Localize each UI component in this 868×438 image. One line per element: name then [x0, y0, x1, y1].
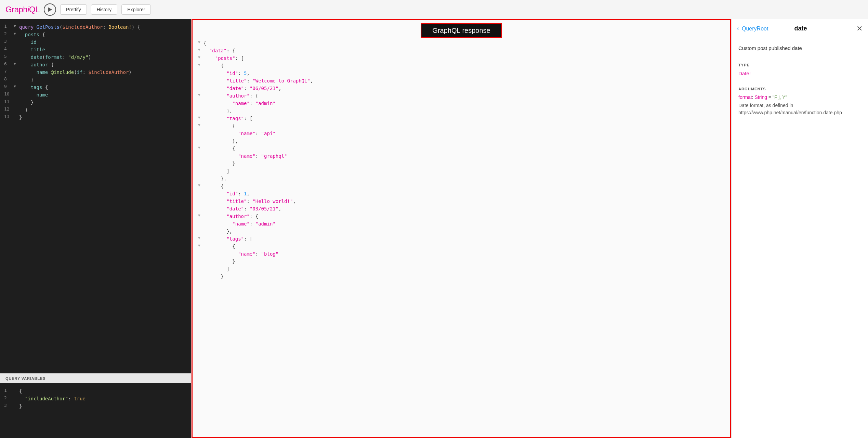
- fold-button[interactable]: ▼: [14, 83, 19, 89]
- docs-description: Custom post published date: [738, 45, 861, 51]
- docs-type-label: TYPE: [738, 58, 861, 67]
- code-line: 12 }: [0, 106, 191, 114]
- query-editor[interactable]: 1 ▼ query GetPosts($includeAuthor: Boole…: [0, 19, 191, 373]
- response-line: ▼ {: [193, 122, 730, 130]
- json-fold-button[interactable]: ▼: [198, 235, 203, 240]
- fold-button: [14, 68, 19, 69]
- code-line: 3 id: [0, 38, 191, 46]
- code-content: {: [19, 387, 187, 395]
- json-fold-button[interactable]: ▼: [198, 212, 203, 218]
- line-number: 1: [4, 23, 14, 29]
- history-button[interactable]: History: [91, 4, 118, 15]
- fold-button[interactable]: ▼: [14, 31, 19, 36]
- code-content: title: [19, 46, 187, 53]
- fold-button: [14, 387, 19, 388]
- json-fold-button[interactable]: ▼: [198, 47, 203, 52]
- json-content: "date": "03/05/21",: [203, 205, 725, 212]
- docs-back-icon[interactable]: ‹: [737, 25, 739, 32]
- code-content: }: [19, 99, 187, 106]
- json-fold-button: [198, 220, 203, 221]
- main-layout: 1 ▼ query GetPosts($includeAuthor: Boole…: [0, 19, 868, 438]
- code-content: }: [19, 402, 187, 410]
- json-content: "name": "admin": [203, 220, 725, 228]
- response-line: },: [193, 175, 730, 182]
- response-line: "date": "03/05/21",: [193, 205, 730, 212]
- docs-close-button[interactable]: ✕: [856, 24, 863, 33]
- docs-arguments-section: format: String = "F j, Y" Date format, a…: [738, 94, 861, 116]
- json-fold-button: [198, 160, 203, 160]
- code-line: 7 name @include(if: $includeAuthor): [0, 68, 191, 76]
- code-line: 11 }: [0, 99, 191, 106]
- json-fold-button: [198, 152, 203, 153]
- response-line: },: [193, 228, 730, 235]
- code-line: 9 ▼ tags {: [0, 83, 191, 91]
- fold-button: [14, 106, 19, 107]
- code-line: 2 ▼ posts {: [0, 31, 191, 38]
- fold-button: [14, 46, 19, 47]
- fold-button: [14, 402, 19, 403]
- json-fold-button: [198, 273, 203, 273]
- response-line: ▼ "tags": [: [193, 115, 730, 122]
- docs-arg-type[interactable]: String: [754, 94, 767, 100]
- json-fold-button[interactable]: ▼: [198, 92, 203, 97]
- json-fold-button[interactable]: ▼: [198, 122, 203, 127]
- json-fold-button[interactable]: ▼: [198, 39, 203, 44]
- line-number: 10: [4, 91, 14, 96]
- json-fold-button[interactable]: ▼: [198, 115, 203, 120]
- json-content: {: [203, 182, 725, 190]
- prettify-button[interactable]: Prettify: [60, 4, 87, 15]
- json-content: },: [203, 107, 725, 115]
- json-fold-button[interactable]: ▼: [198, 243, 203, 248]
- code-line: 5 date(format: "d/m/y"): [0, 53, 191, 61]
- json-content: "title": "Hello world!",: [203, 197, 725, 205]
- line-number: 2: [4, 31, 14, 36]
- json-content: },: [203, 228, 725, 235]
- json-fold-button[interactable]: ▼: [198, 182, 203, 188]
- json-fold-button[interactable]: ▼: [198, 54, 203, 60]
- run-button[interactable]: [44, 3, 56, 16]
- json-fold-button: [198, 265, 203, 266]
- json-fold-button: [198, 167, 203, 168]
- response-title: GraphQL response: [421, 23, 502, 38]
- docs-header: ‹ QueryRoot date ✕: [732, 19, 868, 38]
- query-variables-editor[interactable]: 1 { 2 "includeAuthor": true 3 }: [0, 383, 191, 438]
- json-fold-button[interactable]: ▼: [198, 145, 203, 150]
- docs-type-value[interactable]: Date!: [738, 70, 861, 76]
- json-fold-button[interactable]: ▼: [198, 62, 203, 67]
- json-fold-button: [198, 190, 203, 191]
- response-line: "name": "admin": [193, 220, 730, 228]
- json-content: "data": {: [203, 47, 725, 54]
- docs-arg-name[interactable]: format: [738, 94, 752, 100]
- json-content: },: [203, 137, 725, 145]
- var-line: 1 {: [0, 387, 191, 395]
- docs-breadcrumb[interactable]: QueryRoot: [742, 26, 768, 32]
- code-content: "includeAuthor": true: [19, 395, 187, 402]
- response-line: "title": "Hello world!",: [193, 197, 730, 205]
- fold-button[interactable]: ▼: [14, 61, 19, 66]
- json-content: "author": {: [203, 92, 725, 100]
- json-content: "id": 5,: [203, 69, 725, 77]
- response-line: ▼ "tags": [: [193, 235, 730, 243]
- code-content: name: [19, 91, 187, 99]
- code-content: id: [19, 38, 187, 46]
- json-content: "title": "Welcome to GraphQL",: [203, 77, 725, 85]
- json-fold-button: [198, 175, 203, 176]
- response-content[interactable]: ▼ { ▼ "data": { ▼ "posts": [ ▼ { "id": 5…: [192, 19, 731, 438]
- code-content: posts {: [19, 31, 187, 38]
- header: GraphiQL Prettify History Explorer: [0, 0, 868, 19]
- line-number: 12: [4, 106, 14, 112]
- docs-arg-default: "F j, Y": [773, 94, 787, 100]
- response-header-bar: GraphQL response: [421, 23, 502, 38]
- code-line: 4 title: [0, 46, 191, 53]
- app-logo: GraphiQL: [5, 5, 40, 14]
- code-content: date(format: "d/m/y"): [19, 53, 187, 61]
- line-number: 6: [4, 61, 14, 66]
- response-line: ]: [193, 167, 730, 175]
- json-content: }: [203, 273, 725, 280]
- explorer-button[interactable]: Explorer: [121, 4, 151, 15]
- fold-button[interactable]: ▼: [14, 23, 19, 28]
- response-line: ▼ "author": {: [193, 212, 730, 220]
- response-line: ▼ "posts": [: [193, 54, 730, 62]
- code-content: tags {: [19, 83, 187, 91]
- json-content: {: [203, 62, 725, 69]
